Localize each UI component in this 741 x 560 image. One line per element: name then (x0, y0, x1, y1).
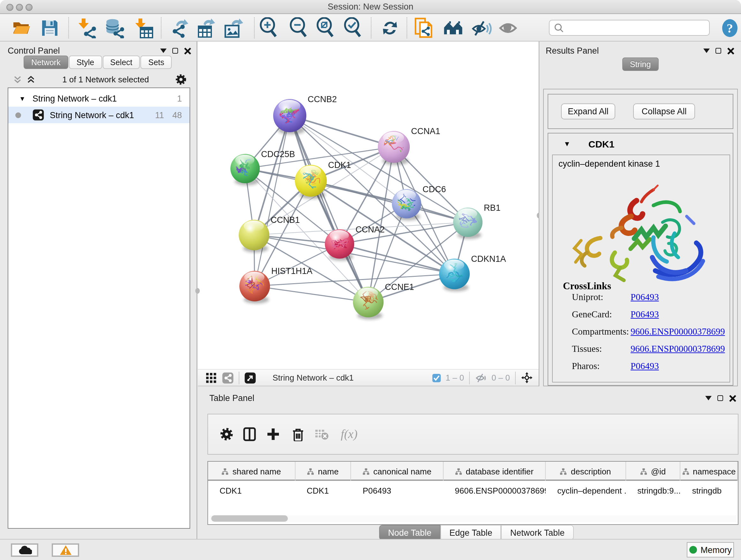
zoom-in-button[interactable] (259, 18, 279, 38)
crosslink-link[interactable]: 9606.ENSP00000378699 (630, 344, 725, 354)
table-panel-title: Table Panel (209, 393, 254, 403)
node-label-CDK1: CDK1 (328, 160, 351, 170)
network-status-dot (15, 112, 21, 118)
import-network-from-database-button[interactable] (105, 18, 125, 38)
scrollbar-thumb[interactable] (211, 515, 288, 522)
splitter-handle-left[interactable] (195, 288, 200, 294)
table-cell[interactable]: P06493 (351, 482, 443, 499)
zoom-fit-button[interactable] (315, 18, 336, 38)
search-input[interactable] (564, 21, 709, 34)
tab-network-table[interactable]: Network Table (501, 525, 574, 540)
column-header-shared-name[interactable]: shared name (208, 462, 295, 481)
warning-status-button[interactable] (52, 543, 79, 557)
table-menu-icon[interactable] (705, 396, 712, 400)
network-view[interactable]: CCNB2CCNA1CDC25BCDK1CDC6RB1CCNB1CCNA2CDK… (198, 42, 539, 369)
collapse-all-icon[interactable] (13, 75, 22, 84)
column-header-canonical-name[interactable]: canonical name (351, 462, 443, 481)
import-table-button[interactable] (134, 18, 154, 38)
zoom-selected-button[interactable] (343, 18, 363, 38)
delete-column-button[interactable] (288, 425, 308, 444)
column-header--id[interactable]: @id (626, 462, 680, 481)
apply-layout-button[interactable] (380, 18, 400, 38)
results-close-icon[interactable] (727, 47, 735, 55)
table-cell[interactable]: CDK1 (208, 482, 295, 499)
column-header-namespace[interactable]: namespace (681, 462, 738, 481)
edge-CCNB2-HIST1H1A[interactable] (255, 116, 290, 286)
selected-nodes-checkbox-icon[interactable] (432, 373, 441, 382)
expand-all-icon[interactable] (26, 75, 36, 84)
tab-edge-table[interactable]: Edge Table (441, 525, 501, 540)
column-header-database-identifier[interactable]: database identifier (443, 462, 546, 481)
table-tabs: Node TableEdge TableNetwork Table (379, 525, 574, 540)
gene-details: cyclin–dependent kinase 1 (552, 154, 730, 382)
tab-sets[interactable]: Sets (141, 56, 172, 69)
open-session-button[interactable] (11, 18, 32, 38)
export-table-button[interactable] (196, 18, 216, 38)
fx-icon: f(x) (341, 427, 358, 441)
save-session-button[interactable] (40, 18, 60, 38)
table-cell[interactable]: CDK1 (295, 482, 351, 499)
panel-menu-icon[interactable] (160, 49, 166, 53)
table-cell[interactable]: stringdb (681, 482, 738, 499)
control-panel-tabs: NetworkStyleSelectSets (23, 56, 173, 69)
fit-content-crosshair-icon[interactable] (521, 372, 533, 384)
crosslink-link[interactable]: P06493 (630, 292, 659, 303)
tab-network[interactable]: Network (23, 56, 68, 69)
string-network-icon[interactable] (222, 372, 233, 383)
crosslink-link[interactable]: P06493 (630, 309, 659, 320)
show-all-button[interactable] (443, 18, 463, 38)
expand-collapse-box: Expand All Collapse All (548, 94, 733, 129)
tab-node-table[interactable]: Node Table (379, 525, 441, 540)
tab-string[interactable]: String (622, 57, 658, 71)
panel-close-icon[interactable] (184, 47, 192, 55)
table-close-icon[interactable] (729, 394, 737, 402)
edge-HIST1H1A-CCNE1[interactable] (255, 286, 368, 302)
table-row[interactable]: CDK1CDK1P064939606.ENSP00000378699cyclin… (208, 482, 738, 499)
delete-table-button[interactable] (312, 425, 331, 444)
collapse-all-button[interactable]: Collapse All (633, 104, 695, 119)
help-button[interactable]: ? (719, 18, 740, 38)
table-float-icon[interactable] (718, 395, 723, 401)
clone-network-button[interactable] (414, 18, 434, 38)
cloud-status-button[interactable] (11, 543, 38, 557)
column-header-description[interactable]: description (546, 462, 626, 481)
create-column-button[interactable] (264, 425, 283, 444)
crosslink-link[interactable]: 9606.ENSP00000378699 (630, 326, 725, 337)
tree-expand-icon[interactable]: ▼ (19, 95, 25, 102)
network-collection-row[interactable]: ▼ String Network – cdk1 1 (8, 90, 190, 107)
gene-collapse-icon[interactable]: ▼ (563, 140, 570, 147)
hide-selected-button[interactable] (472, 18, 492, 38)
warning-icon (59, 545, 72, 556)
network-options-gear-icon[interactable] (176, 74, 186, 85)
grid-view-icon[interactable] (206, 373, 216, 383)
table-cell[interactable]: cyclin–dependent ... (546, 482, 626, 499)
table-hscrollbar[interactable] (209, 515, 737, 522)
results-menu-icon[interactable] (703, 49, 710, 53)
show-columns-button[interactable] (240, 425, 259, 444)
memory-button[interactable]: Memory (687, 542, 734, 557)
table-settings-button[interactable] (217, 425, 236, 444)
crosslink-link[interactable]: P06493 (630, 361, 659, 372)
tab-style[interactable]: Style (69, 56, 102, 69)
table-cell[interactable]: 9606.ENSP00000378699 (443, 482, 546, 499)
collection-name: String Network – cdk1 (32, 94, 117, 103)
import-network-button[interactable] (78, 18, 98, 38)
trash-icon (292, 428, 304, 441)
export-image-button[interactable] (223, 18, 243, 38)
show-graphics-details-button[interactable] (498, 18, 518, 38)
function-builder-button[interactable]: f(x) (336, 425, 362, 444)
network-row-selected[interactable]: String Network – cdk1 11 48 (8, 107, 190, 123)
birds-eye-view-icon[interactable] (245, 372, 256, 383)
column-header-label: name (318, 466, 339, 476)
results-float-icon[interactable] (716, 48, 721, 54)
expand-all-button[interactable]: Expand All (561, 104, 615, 119)
column-header-name[interactable]: name (295, 462, 351, 481)
table-cell[interactable]: stringdb:9... (626, 482, 680, 499)
svg-text:?: ? (726, 21, 733, 36)
zoom-out-button[interactable] (288, 18, 309, 38)
zoom-in-icon (259, 17, 279, 39)
export-network-button[interactable] (170, 18, 190, 38)
tab-select[interactable]: Select (103, 56, 140, 69)
panel-float-icon[interactable] (172, 48, 178, 54)
column-type-icon (362, 468, 369, 475)
